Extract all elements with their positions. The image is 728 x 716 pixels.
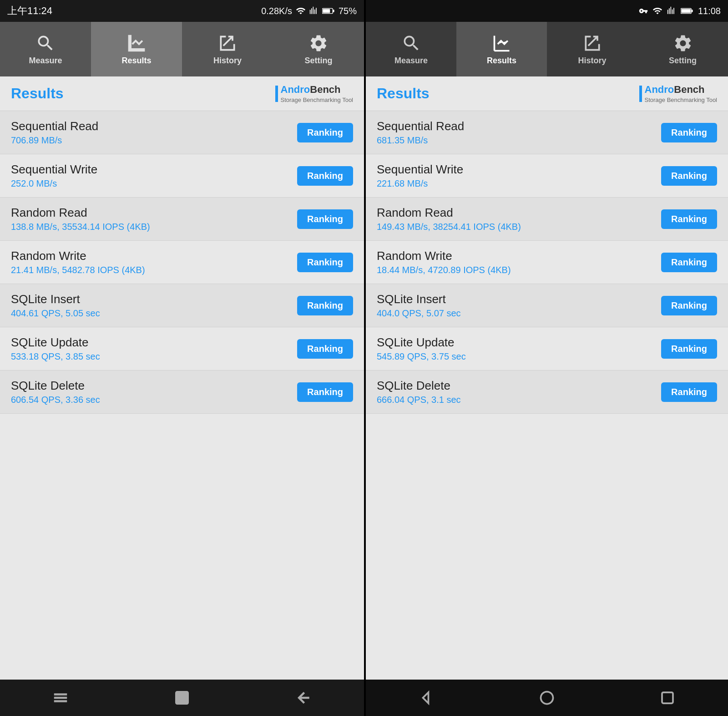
gear-icon-2 [673, 33, 693, 53]
tab-measure-2[interactable]: Measure [366, 22, 456, 76]
benchmark-row: SQLite Update 545.89 QPS, 3.75 sec Ranki… [366, 327, 728, 371]
signal-icon-1 [309, 6, 318, 15]
chart-icon-2 [492, 33, 512, 53]
benchmark-row: Sequential Write 252.0 MB/s Ranking [0, 154, 364, 198]
status-bar-2: 11:08 [366, 0, 728, 22]
androbench-logo-2: AndroBench Storage Benchmarking Tool [639, 84, 717, 103]
time-1: 上午11:24 [7, 4, 52, 18]
time-2: 11:08 [698, 6, 721, 16]
ranking-button[interactable]: Ranking [297, 382, 353, 402]
chart-icon-1 [126, 33, 147, 53]
tab-results-2[interactable]: Results [456, 22, 547, 76]
benchmark-info: SQLite Delete 606.54 QPS, 3.36 sec [11, 379, 100, 405]
ranking-button[interactable]: Ranking [297, 339, 353, 359]
benchmark-row: Random Read 138.8 MB/s, 35534.14 IOPS (4… [0, 198, 364, 241]
ranking-button[interactable]: Ranking [297, 166, 353, 186]
ranking-button[interactable]: Ranking [661, 296, 717, 315]
benchmark-name: SQLite Delete [11, 379, 100, 393]
tab-measure-label-2: Measure [394, 56, 428, 66]
benchmark-info: Random Read 138.8 MB/s, 35534.14 IOPS (4… [11, 206, 150, 232]
ranking-button[interactable]: Ranking [661, 253, 717, 272]
phone-panel-1: 上午11:24 0.28K/s 75% Measure Results [0, 0, 364, 716]
tab-measure-1[interactable]: Measure [0, 22, 91, 76]
svg-marker-8 [423, 692, 428, 703]
recents-icon-2 [659, 690, 676, 706]
home-button-1[interactable] [168, 684, 196, 711]
ranking-button[interactable]: Ranking [661, 339, 717, 359]
back-button-2[interactable] [418, 690, 435, 706]
ranking-button[interactable]: Ranking [297, 209, 353, 229]
benchmark-info: Sequential Read 681.35 MB/s [377, 119, 464, 146]
benchmark-name: Random Read [377, 206, 521, 220]
benchmark-row: Sequential Write 221.68 MB/s Ranking [366, 154, 728, 198]
ranking-button[interactable]: Ranking [661, 209, 717, 229]
logo-textblock-1: AndroBench Storage Benchmarking Tool [281, 84, 353, 103]
content-area-1: Results AndroBench Storage Benchmarking … [0, 76, 364, 680]
tab-history-label-2: History [578, 56, 606, 66]
benchmark-row: Sequential Read 681.35 MB/s Ranking [366, 111, 728, 154]
back-button-1[interactable] [290, 684, 317, 711]
results-header-1: Results AndroBench Storage Benchmarking … [0, 76, 364, 111]
key-icon-2 [639, 6, 648, 15]
ranking-button[interactable]: Ranking [661, 382, 717, 402]
tab-history-2[interactable]: History [547, 22, 637, 76]
benchmark-name: SQLite Update [11, 335, 100, 350]
logo-textblock-2: AndroBench Storage Benchmarking Tool [645, 84, 717, 103]
benchmark-row: Random Read 149.43 MB/s, 38254.41 IOPS (… [366, 198, 728, 241]
benchmark-value: 545.89 QPS, 3.75 sec [377, 351, 466, 362]
ranking-button[interactable]: Ranking [661, 123, 717, 142]
tab-history-label-1: History [213, 56, 242, 66]
tab-setting-1[interactable]: Setting [273, 22, 364, 76]
history-icon-2 [582, 33, 602, 53]
svg-rect-5 [681, 9, 691, 13]
signal-icon-2 [667, 6, 676, 15]
ranking-button[interactable]: Ranking [297, 253, 353, 272]
home-icon-2 [539, 690, 555, 706]
ranking-button[interactable]: Ranking [297, 296, 353, 315]
benchmark-info: Sequential Read 706.89 MB/s [11, 119, 98, 146]
benchmark-name: SQLite Update [377, 335, 466, 350]
benchmark-value: 21.41 MB/s, 5482.78 IOPS (4KB) [11, 265, 145, 275]
logo-sub-2: Storage Benchmarking Tool [645, 96, 717, 103]
tab-history-1[interactable]: History [182, 22, 273, 76]
svg-point-9 [541, 692, 553, 704]
tab-results-label-2: Results [487, 56, 516, 66]
benchmark-info: SQLite Insert 404.0 QPS, 5.07 sec [377, 292, 461, 319]
home-button-2[interactable] [539, 690, 555, 706]
benchmark-info: Random Write 18.44 MB/s, 4720.89 IOPS (4… [377, 249, 511, 275]
search-icon-1 [35, 33, 56, 53]
benchmark-value: 533.18 QPS, 3.85 sec [11, 351, 100, 362]
benchmark-name: Sequential Read [377, 119, 464, 133]
battery-icon-1 [322, 6, 335, 15]
content-area-2: Results AndroBench Storage Benchmarking … [366, 76, 728, 680]
benchmark-name: Sequential Write [11, 162, 97, 177]
benchmark-value: 404.0 QPS, 5.07 sec [377, 308, 461, 319]
ranking-button[interactable]: Ranking [661, 166, 717, 186]
benchmark-info: Sequential Write 221.68 MB/s [377, 162, 463, 189]
benchmark-info: SQLite Update 545.89 QPS, 3.75 sec [377, 335, 466, 362]
ranking-button[interactable]: Ranking [297, 123, 353, 142]
recents-button-2[interactable] [659, 690, 676, 706]
benchmark-row: SQLite Insert 404.61 QPS, 5.05 sec Ranki… [0, 284, 364, 327]
benchmark-value: 149.43 MB/s, 38254.41 IOPS (4KB) [377, 222, 521, 232]
bottom-nav-1 [0, 680, 364, 716]
benchmark-info: Random Read 149.43 MB/s, 38254.41 IOPS (… [377, 206, 521, 232]
benchmark-name: Random Write [11, 249, 145, 263]
benchmark-info: Sequential Write 252.0 MB/s [11, 162, 97, 189]
androbench-logo-1: AndroBench Storage Benchmarking Tool [275, 84, 353, 103]
benchmark-list-1: Sequential Read 706.89 MB/s Ranking Sequ… [0, 111, 364, 680]
menu-icon-1 [52, 690, 69, 706]
benchmark-value: 138.8 MB/s, 35534.14 IOPS (4KB) [11, 222, 150, 232]
status-bar-1: 上午11:24 0.28K/s 75% [0, 0, 364, 22]
back-icon-1 [295, 690, 312, 706]
benchmark-value: 252.0 MB/s [11, 178, 97, 189]
wifi-icon-1 [296, 6, 306, 16]
logo-name-1: AndroBench [281, 84, 353, 96]
benchmark-name: SQLite Insert [377, 292, 461, 306]
benchmark-row: SQLite Update 533.18 QPS, 3.85 sec Ranki… [0, 327, 364, 371]
menu-button-1[interactable] [47, 684, 74, 711]
tab-setting-label-1: Setting [305, 56, 333, 66]
tab-setting-2[interactable]: Setting [637, 22, 728, 76]
tab-results-1[interactable]: Results [91, 22, 182, 76]
results-header-2: Results AndroBench Storage Benchmarking … [366, 76, 728, 111]
